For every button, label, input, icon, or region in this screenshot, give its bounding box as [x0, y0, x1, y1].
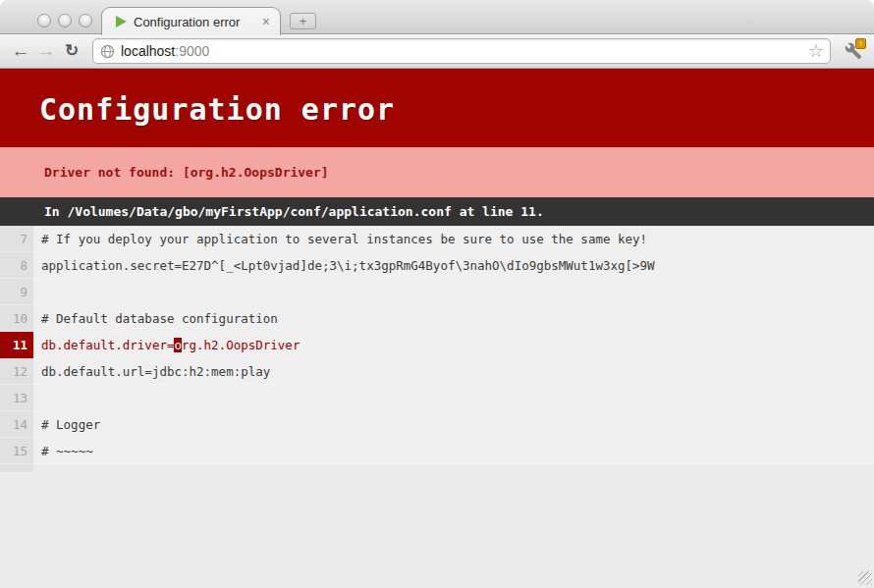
zoom-window-button[interactable] — [79, 14, 92, 27]
gutter-tail — [0, 464, 33, 472]
line-content: # If you deploy your application to seve… — [33, 226, 874, 252]
reload-button[interactable]: ↻ — [59, 38, 84, 64]
browser-toolbar: ← → ↻ localhost:9000 ☆ ↑ — [0, 34, 874, 69]
line-number: 11 — [0, 332, 33, 358]
close-window-button[interactable] — [37, 14, 51, 27]
line-number: 12 — [0, 358, 33, 385]
update-badge: ↑ — [855, 38, 866, 49]
code-line-8: 8application.secret=E27D^[_<Lpt0vjad]de;… — [0, 252, 874, 279]
browser-tab[interactable]: Configuration error × — [101, 7, 281, 35]
line-number: 8 — [0, 252, 33, 279]
code-line-14: 14# Logger — [0, 411, 874, 438]
line-number: 14 — [0, 411, 33, 438]
window-controls — [37, 14, 92, 27]
line-content: # Logger — [33, 411, 874, 438]
line-number: 9 — [0, 279, 33, 305]
url-port: :9000 — [175, 43, 209, 59]
tab-close-icon[interactable]: × — [260, 15, 272, 28]
code-line-10: 10# Default database configuration — [0, 305, 874, 332]
forward-button[interactable]: → — [33, 38, 59, 64]
url-host: localhost — [121, 43, 175, 59]
browser-window: Configuration error × + ← → ↻ localhost:… — [0, 0, 874, 588]
code-line-15: 15# ~~~~~ — [0, 438, 874, 464]
line-content: application.secret=E27D^[_<Lpt0vjad]de;3… — [33, 252, 874, 279]
back-button[interactable]: ← — [8, 38, 33, 64]
line-number: 15 — [0, 438, 33, 464]
code-line-7: 7# If you deploy your application to sev… — [0, 226, 874, 252]
line-content: db.default.driver=org.h2.OopsDriver — [33, 332, 874, 358]
line-content: # ~~~~~ — [33, 438, 874, 464]
code-line-9: 9 — [0, 279, 874, 305]
address-bar[interactable]: localhost:9000 ☆ — [92, 38, 831, 64]
new-tab-button[interactable]: + — [290, 13, 316, 29]
error-location: In /Volumes/Data/gbo/myFirstApp/conf/app… — [0, 197, 874, 226]
line-content: db.default.url=jdbc:h2:mem:play — [33, 358, 874, 385]
resize-grip[interactable] — [858, 571, 872, 585]
line-number: 7 — [0, 226, 33, 252]
tab-strip: Configuration error × + — [0, 0, 874, 34]
page-title: Configuration error — [0, 69, 874, 147]
code-line-13: 13 — [0, 385, 874, 411]
error-message: Driver not found: [org.h2.OopsDriver] — [0, 147, 874, 197]
code-line-11: 11db.default.driver=org.h2.OopsDriver — [0, 332, 874, 358]
line-number: 10 — [0, 305, 33, 332]
code-listing: 7# If you deploy your application to sev… — [0, 226, 874, 464]
code-line-12: 12db.default.url=jdbc:h2:mem:play — [0, 358, 874, 385]
line-content — [33, 279, 874, 305]
line-number: 13 — [0, 385, 33, 411]
line-content — [33, 385, 874, 411]
error-page: Configuration error Driver not found: [o… — [0, 69, 874, 587]
play-framework-icon — [116, 16, 127, 27]
bookmark-star-icon[interactable]: ☆ — [808, 42, 824, 60]
tab-title: Configuration error — [134, 15, 260, 29]
globe-icon — [100, 44, 115, 59]
line-content: # Default database configuration — [33, 305, 874, 332]
error-marker: o — [174, 338, 182, 352]
settings-wrench-button[interactable]: ↑ — [841, 38, 866, 64]
minimize-window-button[interactable] — [58, 14, 72, 27]
